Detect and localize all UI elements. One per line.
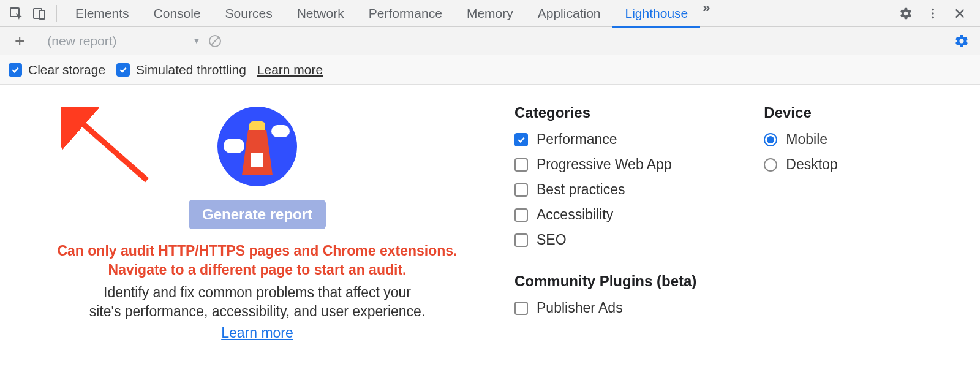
device-label: Mobile <box>786 131 827 148</box>
device-toggle-icon[interactable] <box>32 6 47 21</box>
categories-column: Categories Performance Progressive Web A… <box>514 104 696 341</box>
tab-strip: Elements Console Sources Network Perform… <box>63 0 888 27</box>
clear-all-icon[interactable] <box>208 34 222 48</box>
device-column: Device Mobile Desktop <box>764 104 837 341</box>
radio-selected-icon <box>764 133 777 146</box>
lighthouse-sub-toolbar: + (new report) ▼ <box>0 27 980 55</box>
tab-label: Elements <box>75 6 129 21</box>
svg-rect-2 <box>39 10 45 19</box>
annotation-arrow-icon <box>61 107 159 192</box>
categories-heading: Categories <box>514 104 696 121</box>
category-label: SEO <box>537 232 567 248</box>
category-performance[interactable]: Performance <box>514 131 696 148</box>
settings-gear-icon[interactable] <box>899 7 913 20</box>
svg-point-3 <box>932 8 934 10</box>
tab-memory[interactable]: Memory <box>454 0 526 27</box>
description-text: Identify and fix common problems that af… <box>89 283 426 321</box>
more-tabs-icon[interactable]: » <box>700 0 718 27</box>
close-devtools-icon[interactable] <box>953 7 967 20</box>
simulated-throttling-checkbox[interactable]: Simulated throttling <box>116 63 246 77</box>
throttling-learn-more-link[interactable]: Learn more <box>257 63 323 77</box>
checkbox-empty-icon <box>514 158 528 172</box>
checkbox-empty-icon <box>514 233 528 247</box>
left-pane: Generate report Can only audit HTTP/HTTP… <box>0 101 514 341</box>
lighthouse-options-row: Clear storage Simulated throttling Learn… <box>0 55 980 85</box>
new-report-icon[interactable]: + <box>6 31 33 51</box>
right-pane: Categories Performance Progressive Web A… <box>514 101 838 341</box>
tab-network[interactable]: Network <box>285 0 356 27</box>
checkbox-empty-icon <box>514 208 528 222</box>
lighthouse-settings-gear-icon[interactable] <box>954 34 969 48</box>
lighthouse-main: Generate report Can only audit HTTP/HTTP… <box>0 85 980 341</box>
report-dropdown-label: (new report) <box>47 34 116 48</box>
lighthouse-logo-icon <box>217 107 297 186</box>
category-label: Progressive Web App <box>537 156 672 173</box>
kebab-menu-icon[interactable] <box>926 7 940 20</box>
tab-application[interactable]: Application <box>526 0 613 27</box>
tab-label: Console <box>154 6 201 21</box>
generate-report-button[interactable]: Generate report <box>189 200 326 229</box>
tab-lighthouse[interactable]: Lighthouse <box>612 0 700 27</box>
tab-label: Performance <box>369 6 442 21</box>
clear-storage-checkbox[interactable]: Clear storage <box>9 63 105 77</box>
separator <box>37 33 37 49</box>
tab-sources[interactable]: Sources <box>213 0 285 27</box>
checkbox-empty-icon <box>514 183 528 197</box>
device-label: Desktop <box>786 156 837 173</box>
warning-text: Can only audit HTTP/HTTPS pages and Chro… <box>57 241 457 279</box>
tab-label: Lighthouse <box>625 6 688 21</box>
category-seo[interactable]: SEO <box>514 232 696 248</box>
checkbox-checked-icon <box>9 63 22 77</box>
category-label: Best practices <box>537 181 625 198</box>
plugin-publisher-ads[interactable]: Publisher Ads <box>514 300 696 316</box>
category-label: Accessibility <box>537 207 613 223</box>
device-heading: Device <box>764 104 837 121</box>
devtools-tabs-bar: Elements Console Sources Network Perform… <box>0 0 980 27</box>
svg-line-7 <box>76 118 147 180</box>
tab-label: Network <box>297 6 344 21</box>
simulated-throttling-label: Simulated throttling <box>136 63 246 77</box>
dropdown-arrow-icon: ▼ <box>192 36 200 45</box>
category-best-practices[interactable]: Best practices <box>514 181 696 198</box>
category-label: Performance <box>537 131 617 148</box>
tab-label: Sources <box>225 6 273 21</box>
device-desktop[interactable]: Desktop <box>764 156 837 173</box>
devtools-actions-group <box>888 7 978 20</box>
inspect-tools-group <box>2 5 57 22</box>
report-dropdown[interactable]: (new report) ▼ <box>41 34 200 48</box>
inspect-element-icon[interactable] <box>9 6 23 21</box>
lighthouse-learn-more-link[interactable]: Learn more <box>221 325 293 341</box>
category-accessibility[interactable]: Accessibility <box>514 207 696 223</box>
tab-elements[interactable]: Elements <box>63 0 141 27</box>
community-plugins-heading: Community Plugins (beta) <box>514 273 696 290</box>
svg-point-5 <box>932 16 934 18</box>
tab-console[interactable]: Console <box>141 0 213 27</box>
checkbox-empty-icon <box>514 302 528 315</box>
sub-toolbar-right <box>954 34 974 48</box>
device-mobile[interactable]: Mobile <box>764 131 837 148</box>
radio-empty-icon <box>764 158 777 172</box>
clear-storage-label: Clear storage <box>28 63 105 77</box>
svg-point-4 <box>932 12 934 15</box>
checkbox-checked-icon <box>514 133 528 146</box>
plugin-label: Publisher Ads <box>537 300 623 316</box>
tab-performance[interactable]: Performance <box>356 0 454 27</box>
tab-label: Application <box>538 6 601 21</box>
category-progressive-web-app[interactable]: Progressive Web App <box>514 156 696 173</box>
tab-label: Memory <box>467 6 513 21</box>
checkbox-checked-icon <box>116 63 130 77</box>
